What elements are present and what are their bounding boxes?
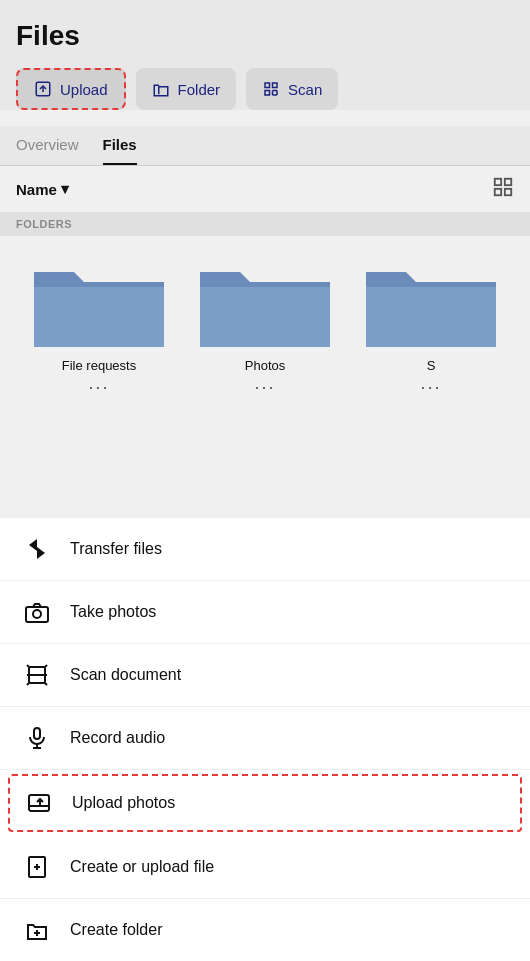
sort-label[interactable]: Name ▾ <box>16 180 69 198</box>
action-menu-overlay: Transfer files Take photos Scan document <box>0 518 530 961</box>
folder-icon <box>195 252 335 352</box>
scan-button[interactable]: Scan <box>246 68 338 110</box>
tab-files[interactable]: Files <box>103 126 137 165</box>
svg-marker-15 <box>37 547 45 559</box>
folder-icon <box>361 252 501 352</box>
tab-overview[interactable]: Overview <box>16 126 79 165</box>
folder-item[interactable]: S ··· <box>348 252 514 406</box>
folders-section-header: FOLDERS <box>0 212 530 236</box>
folder-button[interactable]: Folder <box>136 68 237 110</box>
menu-item-record-audio[interactable]: Record audio <box>0 707 530 770</box>
menu-item-label: Create folder <box>70 921 163 939</box>
svg-rect-20 <box>34 728 40 739</box>
create-folder-icon <box>24 917 50 943</box>
upload-button[interactable]: Upload <box>16 68 126 110</box>
menu-item-upload-photos[interactable]: Upload photos <box>8 774 522 832</box>
menu-item-label: Scan document <box>70 666 181 684</box>
menu-item-label: Upload photos <box>72 794 175 812</box>
menu-item-transfer-files[interactable]: Transfer files <box>0 518 530 581</box>
menu-item-scan-document[interactable]: Scan document <box>0 644 530 707</box>
menu-item-create-folder[interactable]: Create folder <box>0 899 530 961</box>
folder-more-options[interactable]: ··· <box>420 377 441 398</box>
mic-icon <box>24 725 50 751</box>
folder-item[interactable]: Photos ··· <box>182 252 348 406</box>
svg-rect-3 <box>265 83 270 88</box>
folder-name: S <box>427 358 436 373</box>
folder-item[interactable]: File requests ··· <box>16 252 182 406</box>
menu-item-label: Transfer files <box>70 540 162 558</box>
transfer-icon <box>24 536 50 562</box>
folder-name: File requests <box>62 358 136 373</box>
sort-bar: Name ▾ <box>0 166 530 212</box>
page-title: Files <box>16 20 514 52</box>
svg-rect-4 <box>273 83 278 88</box>
svg-rect-10 <box>495 179 501 185</box>
upload-photo-icon <box>26 790 52 816</box>
menu-item-take-photos[interactable]: Take photos <box>0 581 530 644</box>
menu-item-label: Take photos <box>70 603 156 621</box>
svg-rect-5 <box>265 91 270 96</box>
svg-rect-13 <box>505 189 511 195</box>
view-toggle-button[interactable] <box>492 176 514 202</box>
svg-point-17 <box>33 610 41 618</box>
camera-icon <box>24 599 50 625</box>
tabs: Overview Files <box>0 126 530 166</box>
folder-name: Photos <box>245 358 285 373</box>
menu-item-label: Record audio <box>70 729 165 747</box>
action-buttons: Upload Folder Scan <box>16 68 514 110</box>
folder-more-options[interactable]: ··· <box>88 377 109 398</box>
scan-doc-icon <box>24 662 50 688</box>
folder-more-options[interactable]: ··· <box>254 377 275 398</box>
svg-rect-12 <box>495 189 501 195</box>
svg-rect-11 <box>505 179 511 185</box>
header: Files Upload Folder <box>0 0 530 110</box>
menu-item-create-upload-file[interactable]: Create or upload file <box>0 836 530 899</box>
menu-item-label: Create or upload file <box>70 858 214 876</box>
svg-marker-14 <box>29 539 37 551</box>
folders-grid: File requests ··· Photos ··· S ··· <box>0 236 530 406</box>
folder-icon <box>29 252 169 352</box>
create-file-icon <box>24 854 50 880</box>
